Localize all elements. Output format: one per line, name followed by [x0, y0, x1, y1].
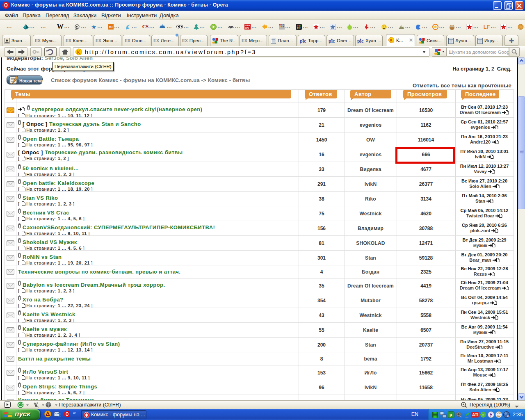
svg-text:a: a [507, 413, 509, 418]
svg-text:µ: µ [450, 412, 452, 417]
svg-text:К: К [77, 50, 81, 55]
svg-text:К: К [390, 38, 393, 42]
svg-text:ATI: ATI [472, 413, 479, 417]
